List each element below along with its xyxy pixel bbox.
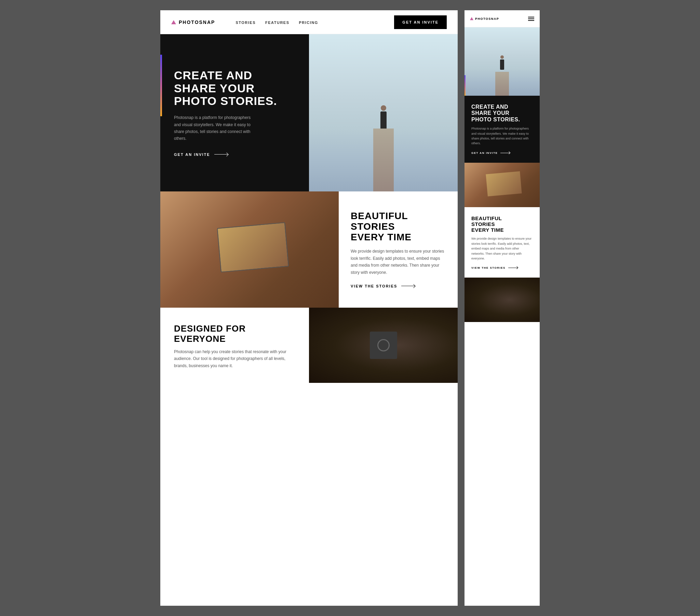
laptop-screen-inner: [218, 223, 288, 272]
photographer-figure: [380, 105, 387, 128]
mobile-stories-title: BEAUTIFUL STORIES EVERY TIME: [471, 215, 533, 233]
mobile-view: PHOTOSNAP CREATE AND SHARE YOUR PHOTO ST…: [464, 10, 540, 606]
mobile-hero-description: Photosnap is a platform for photographer…: [471, 126, 533, 146]
laptop-screen: [217, 222, 289, 272]
mobile-laptop-el: [486, 171, 522, 196]
navbar: PHOTOSNAP STORIES FEATURES PRICING GET A…: [160, 10, 458, 34]
arrow-icon: [401, 286, 415, 286]
mobile-arrow-icon: [500, 153, 510, 153]
mobile-view-stories-link[interactable]: VIEW THE STORIES: [471, 266, 533, 269]
logo-icon: [171, 20, 176, 24]
mobile-figure: [500, 56, 504, 70]
nav-stories[interactable]: STORIES: [236, 21, 256, 25]
mobile-dock-plank: [495, 72, 509, 96]
photographer-bg: [309, 308, 458, 383]
third-row: DESIGNED FOR EVERYONE Photosnap can help…: [160, 308, 458, 383]
figure-body: [380, 111, 387, 128]
mobile-figure-body: [500, 60, 504, 70]
hamburger-line: [528, 19, 534, 19]
designed-panel: DESIGNED FOR EVERYONE Photosnap can help…: [160, 308, 309, 383]
laptop-scene: [160, 192, 339, 308]
mobile-stories-description: We provide design templates to ensure yo…: [471, 236, 533, 261]
designed-title: DESIGNED FOR EVERYONE: [174, 324, 295, 344]
accent-bar: [160, 55, 162, 116]
hero-cta-link[interactable]: GET AN INVITE: [174, 152, 295, 157]
mobile-figure-head: [500, 56, 504, 59]
hero-section: CREATE AND SHARE YOUR PHOTO STORIES. Pho…: [160, 34, 458, 192]
mobile-accent-bar: [464, 75, 465, 96]
camera-icon: [370, 332, 397, 359]
view-stories-link[interactable]: VIEW THE STORIES: [351, 284, 446, 288]
designed-description: Photosnap can help you create stories th…: [174, 348, 295, 369]
figure-head: [381, 105, 386, 111]
dock-scene: [309, 34, 458, 192]
mobile-laptop-screen: [486, 171, 522, 196]
mobile-hero-image: [464, 27, 540, 96]
mobile-navbar: PHOTOSNAP: [464, 10, 540, 27]
stories-title: BEAUTIFUL STORIES EVERY TIME: [351, 211, 446, 242]
hero-text-panel: CREATE AND SHARE YOUR PHOTO STORIES. Pho…: [160, 34, 309, 192]
logo[interactable]: PHOTOSNAP: [171, 20, 215, 25]
nav-links: STORIES FEATURES PRICING: [236, 19, 318, 25]
photographer-scene: [309, 308, 458, 383]
stories-description: We provide design templates to ensure yo…: [351, 248, 446, 276]
nav-features[interactable]: FEATURES: [265, 21, 289, 25]
hamburger-line: [528, 20, 534, 21]
mobile-hero-text: CREATE AND SHARE YOUR PHOTO STORIES. Pho…: [464, 96, 540, 163]
hamburger-line: [528, 17, 534, 17]
mobile-laptop-image: [464, 163, 540, 207]
mobile-get-invite-link[interactable]: GET AN INVITE: [471, 151, 533, 155]
mobile-hero-title: CREATE AND SHARE YOUR PHOTO STORIES.: [471, 104, 533, 123]
bottom-grid: BEAUTIFUL STORIES EVERY TIME We provide …: [160, 192, 458, 308]
mobile-stories-panel: BEAUTIFUL STORIES EVERY TIME We provide …: [464, 207, 540, 278]
laptop-photo: [160, 192, 339, 308]
arrow-icon: [214, 154, 228, 155]
hero-description: Photosnap is a platform for photographer…: [174, 114, 256, 142]
get-invite-button[interactable]: GET AN INVITE: [394, 15, 447, 29]
dock-plank: [373, 128, 394, 192]
mobile-logo[interactable]: PHOTOSNAP: [470, 17, 499, 21]
hero-title: CREATE AND SHARE YOUR PHOTO STORIES.: [174, 69, 295, 107]
hero-image: [309, 34, 458, 192]
nav-pricing[interactable]: PRICING: [299, 21, 318, 25]
mobile-logo-icon: [470, 17, 473, 20]
mobile-stories-arrow-icon: [508, 268, 518, 268]
desktop-view: PHOTOSNAP STORIES FEATURES PRICING GET A…: [160, 10, 458, 606]
stories-panel: BEAUTIFUL STORIES EVERY TIME We provide …: [339, 192, 458, 308]
mobile-photographer-image: [464, 278, 540, 322]
hamburger-menu[interactable]: [528, 17, 534, 21]
